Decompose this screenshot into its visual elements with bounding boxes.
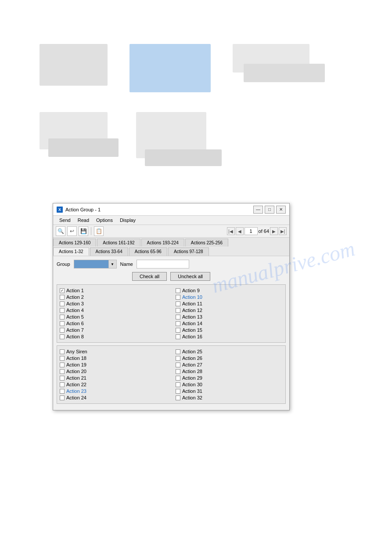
dialog-window: X Action Group - 1 — □ ✕ Send Read Optio… — [53, 203, 290, 410]
menu-read[interactable]: Read — [74, 217, 93, 224]
action-checkbox-19[interactable] — [60, 363, 65, 367]
tab-actions-65-96[interactable]: Actions 65-96 — [129, 247, 167, 256]
action-label-27: Action 27 — [182, 362, 202, 367]
action-item-32: Action 32 — [176, 395, 283, 401]
action-item-25: Action 25 — [176, 348, 283, 355]
last-page-button[interactable]: ▶| — [279, 227, 287, 235]
action-checkbox-4[interactable] — [60, 308, 65, 313]
action-checkbox-31[interactable] — [176, 389, 180, 394]
action-checkbox-29[interactable] — [176, 376, 180, 381]
action-checkbox-32[interactable] — [176, 395, 180, 400]
prev-page-button[interactable]: ◀ — [236, 227, 244, 235]
check-all-button[interactable]: Check all — [132, 272, 167, 281]
action-item-24: Action 24 — [60, 395, 167, 401]
action-checkbox-7[interactable] — [60, 328, 65, 333]
next-page-button[interactable]: ▶ — [270, 227, 278, 235]
action-checkbox-24[interactable] — [60, 395, 65, 400]
action-checkbox-15[interactable] — [176, 328, 180, 333]
back-button[interactable]: ↩ — [67, 226, 77, 236]
menu-send[interactable]: Send — [56, 217, 74, 224]
action-label-19: Action 19 — [66, 362, 86, 367]
tab-actions-1-32[interactable]: Actions 1-32 — [53, 247, 89, 256]
action-label-32: Action 32 — [182, 395, 202, 400]
action-checkbox-25[interactable] — [176, 349, 180, 354]
action-checkbox-20[interactable] — [60, 369, 65, 374]
action-checkbox-28[interactable] — [176, 369, 180, 374]
action-checkbox-1[interactable] — [60, 288, 65, 293]
action-label-26: Action 26 — [182, 355, 202, 361]
first-page-button[interactable]: |◀ — [227, 227, 235, 235]
action-item-13: Action 13 — [176, 314, 283, 320]
page-navigation: |◀ ◀ 1 of 64 ▶ ▶| — [227, 227, 287, 235]
name-input[interactable] — [137, 260, 189, 268]
action-checkbox-16[interactable] — [176, 334, 180, 339]
action-item-3: Action 3 — [60, 301, 167, 307]
tab-actions-161-192[interactable]: Actions 161-192 — [97, 239, 140, 247]
group-input[interactable] — [74, 260, 109, 268]
window-title: Action Group - 1 — [65, 207, 101, 212]
bg-block-7 — [145, 149, 222, 166]
tab-actions-193-224[interactable]: Actions 193-224 — [141, 239, 184, 247]
uncheck-all-button[interactable]: Uncheck all — [170, 272, 210, 281]
action-checkbox-26[interactable] — [176, 356, 180, 361]
search-button[interactable]: 🔍 — [56, 226, 65, 236]
action-label-24: Action 24 — [66, 395, 86, 400]
action-label-11: Action 11 — [182, 301, 202, 306]
action-checkbox-5[interactable] — [60, 315, 65, 319]
action-item-1: Action 1 — [60, 287, 167, 294]
title-bar: X Action Group - 1 — □ ✕ — [53, 203, 289, 216]
action-checkbox-10[interactable] — [176, 295, 180, 300]
action-checkbox-30[interactable] — [176, 382, 180, 387]
action-label-16: Action 16 — [182, 334, 202, 339]
action-checkbox-27[interactable] — [176, 363, 180, 367]
tab-actions-129-160[interactable]: Actions 129-160 — [53, 239, 96, 247]
minimize-button[interactable]: — — [253, 206, 263, 214]
action-checkbox-2[interactable] — [60, 295, 65, 300]
action-checkbox-3[interactable] — [60, 301, 65, 306]
group-dropdown-button[interactable]: ▼ — [109, 260, 117, 268]
action-checkbox-12[interactable] — [176, 308, 180, 313]
tab-actions-33-64[interactable]: Actions 33-64 — [90, 247, 128, 256]
action-label-8: Action 8 — [66, 334, 84, 339]
toolbar: 🔍 ↩ 💾 📋 |◀ ◀ 1 of 64 ▶ ▶| — [53, 225, 289, 238]
action-label-25: Action 25 — [182, 349, 202, 354]
content-area: Group ▼ Name Check all Uncheck all Actio… — [53, 256, 289, 410]
action-item-4: Action 4 — [60, 307, 167, 313]
menu-options[interactable]: Options — [93, 217, 116, 224]
action-checkbox-14[interactable] — [176, 321, 180, 326]
action-checkbox-8[interactable] — [60, 334, 65, 339]
action-item-26: Action 26 — [176, 355, 283, 361]
maximize-button[interactable]: □ — [265, 206, 274, 214]
filter-row: Group ▼ Name — [57, 260, 286, 268]
tab-actions-225-256[interactable]: Actions 225-256 — [185, 239, 228, 247]
group-label: Group — [57, 261, 70, 267]
save-button[interactable]: 💾 — [79, 226, 88, 236]
action-checkbox-23[interactable] — [60, 389, 65, 394]
action-label-9: Action 9 — [182, 288, 200, 293]
action-item-30: Action 30 — [176, 381, 283, 388]
action-item-19: Action 19 — [60, 362, 167, 368]
action-item-18: Action 18 — [60, 355, 167, 361]
action-checkbox-6[interactable] — [60, 321, 65, 326]
actions-grid-2: Any SirenAction 25Action 18Action 26Acti… — [60, 348, 283, 401]
action-checkbox-18[interactable] — [60, 356, 65, 361]
action-item-12: Action 12 — [176, 307, 283, 313]
page-number-input[interactable]: 1 — [245, 227, 258, 235]
action-item-31: Action 31 — [176, 388, 283, 394]
toolbar-separator — [91, 227, 91, 235]
action-checkbox-11[interactable] — [176, 301, 180, 306]
action-item-21: Action 21 — [60, 375, 167, 381]
action-checkbox-21[interactable] — [60, 376, 65, 381]
menu-display[interactable]: Display — [116, 217, 139, 224]
bg-block-4 — [40, 112, 108, 149]
action-checkbox-9[interactable] — [176, 288, 180, 293]
action-label-30: Action 30 — [182, 382, 202, 387]
action-checkbox-13[interactable] — [176, 315, 180, 319]
close-button[interactable]: ✕ — [276, 206, 286, 214]
bg-block-0 — [40, 44, 108, 86]
copy-button[interactable]: 📋 — [94, 226, 104, 236]
action-label-12: Action 12 — [182, 308, 202, 313]
tab-actions-97-128[interactable]: Actions 97-128 — [168, 247, 209, 256]
action-checkbox-22[interactable] — [60, 382, 65, 387]
action-checkbox-17[interactable] — [60, 349, 65, 354]
